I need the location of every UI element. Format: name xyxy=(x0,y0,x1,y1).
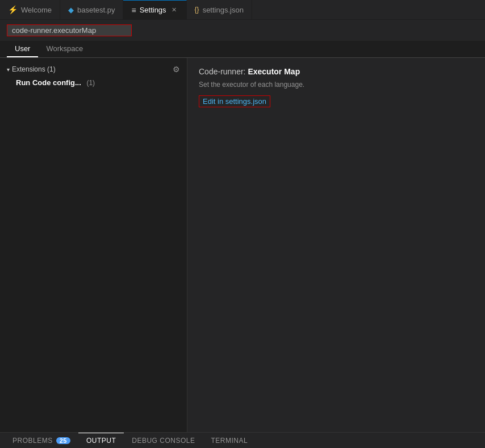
extensions-header[interactable]: ▾ Extensions (1) ⚙ xyxy=(0,62,187,76)
right-panel: Code-runner: Executor Map Set the execut… xyxy=(187,58,485,432)
close-icon[interactable]: ✕ xyxy=(170,5,178,15)
settings-icon: ≡ xyxy=(131,6,136,15)
setting-item-count: (1) xyxy=(86,79,95,87)
tab-settings-json-label: settings.json xyxy=(203,6,244,14)
search-input-wrapper xyxy=(7,24,132,36)
settings-tabs: User Workspace xyxy=(0,41,485,58)
tab-problems[interactable]: PROBLEMS 25 xyxy=(5,433,78,449)
tab-basetest-label: basetest.py xyxy=(77,6,115,14)
left-panel: ▾ Extensions (1) ⚙ Run Code config... (1… xyxy=(0,58,187,432)
tab-settings-label: Settings xyxy=(140,6,166,14)
tab-basetest[interactable]: ◆ basetest.py xyxy=(60,0,124,20)
tab-welcome[interactable]: ⚡ Welcome xyxy=(0,0,60,20)
setting-description: Set the executor of each language. xyxy=(199,81,474,89)
python-icon: ◆ xyxy=(68,6,74,14)
tab-welcome-label: Welcome xyxy=(21,6,52,14)
setting-item-label: Run Code config... xyxy=(16,78,81,87)
welcome-icon: ⚡ xyxy=(8,5,18,14)
chevron-down-icon: ▾ xyxy=(7,66,10,73)
main-content: ▾ Extensions (1) ⚙ Run Code config... (1… xyxy=(0,58,485,432)
search-input[interactable] xyxy=(12,26,126,35)
setting-title: Code-runner: Executor Map xyxy=(199,67,474,76)
tab-settings[interactable]: ≡ Settings ✕ xyxy=(123,0,186,20)
tab-settings-json[interactable]: {} settings.json xyxy=(187,0,252,20)
gear-icon[interactable]: ⚙ xyxy=(173,65,180,74)
edit-in-settings-json-link[interactable]: Edit in settings.json xyxy=(199,95,270,107)
bottom-bar: PROBLEMS 25 OUTPUT DEBUG CONSOLE TERMINA… xyxy=(0,432,485,448)
tab-terminal[interactable]: TERMINAL xyxy=(203,433,256,449)
tab-bar: ⚡ Welcome ◆ basetest.py ≡ Settings ✕ {} … xyxy=(0,0,485,20)
json-icon: {} xyxy=(195,6,199,14)
tab-workspace[interactable]: Workspace xyxy=(38,41,91,57)
extensions-header-left: ▾ Extensions (1) xyxy=(7,65,56,73)
tab-debug-console[interactable]: DEBUG CONSOLE xyxy=(124,433,203,449)
run-code-setting-item[interactable]: Run Code config... (1) xyxy=(0,76,187,89)
tab-user[interactable]: User xyxy=(7,41,38,57)
search-bar xyxy=(0,20,485,41)
tab-output[interactable]: OUTPUT xyxy=(78,433,124,449)
extensions-label: Extensions (1) xyxy=(12,65,56,73)
problems-badge: 25 xyxy=(56,437,70,444)
